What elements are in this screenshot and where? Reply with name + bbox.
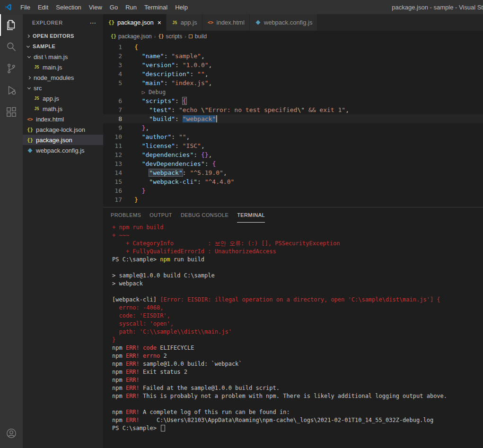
search-icon[interactable] — [0, 36, 23, 58]
activity-bar-bottom — [0, 422, 23, 444]
editor[interactable]: 1{2 "name": "sample",3 "version": "1.0.0… — [103, 42, 483, 207]
terminal-line: code: 'EISDIR', — [112, 312, 483, 320]
menu-help[interactable]: Help — [171, 4, 192, 11]
tree-item-label: math.js — [43, 105, 62, 112]
editor-line-12[interactable]: 12 "dependencies": {}, — [103, 150, 483, 159]
editor-line-13[interactable]: 13 "devDependencies": { — [103, 159, 483, 168]
menu-go[interactable]: Go — [106, 4, 122, 11]
breadcrumb-item-build[interactable]: build — [189, 33, 207, 40]
menu-terminal[interactable]: Terminal — [141, 4, 171, 11]
line-number: 14 — [103, 168, 122, 177]
vscode-logo-icon — [4, 3, 12, 11]
open-editors-section[interactable]: OPEN EDITORS — [23, 31, 103, 41]
editor-line-15[interactable]: 15 "webpack-cli": "^4.4.0" — [103, 177, 483, 186]
line-number: 15 — [103, 177, 122, 186]
breadcrumb: {}package.json›{}scripts›build — [103, 31, 483, 42]
html-file-icon: <> — [26, 115, 34, 123]
breadcrumb-separator-icon: › — [154, 34, 156, 39]
editor-line-14[interactable]: 14 "webpack": "^5.19.0", — [103, 168, 483, 177]
run-and-debug-icon[interactable] — [0, 79, 23, 101]
tree-item-label: package.json — [36, 137, 72, 144]
sidebar-explorer: EXPLORER ⋯ OPEN EDITORS SAMPLE dist \ ma… — [23, 14, 103, 448]
more-actions-icon[interactable]: ⋯ — [89, 19, 97, 26]
editor-line-2[interactable]: 2 "name": "sample", — [103, 52, 483, 60]
webpack-file-icon — [26, 146, 34, 154]
editor-lines: 1{2 "name": "sample",3 "version": "1.0.0… — [103, 43, 483, 204]
editor-line-4[interactable]: 4 "description": "", — [103, 69, 483, 78]
terminal-line: + CategoryInfo : 보안 오류: (:) [], PSSecuri… — [112, 240, 483, 248]
tree-item-node-modules[interactable]: node_modules — [23, 72, 103, 83]
tree-item-math.js[interactable]: JSmath.js — [23, 103, 103, 114]
tree-item-package-lock.json[interactable]: {}package-lock.json — [23, 124, 103, 135]
code-text: "dependencies": {}, — [122, 150, 212, 159]
html-file-icon: <> — [207, 19, 214, 26]
panel-tab-problems[interactable]: PROBLEMS — [111, 207, 141, 223]
editor-line-11[interactable]: 11 "license": "ISC", — [103, 141, 483, 150]
editor-line-10[interactable]: 10 "author": "", — [103, 132, 483, 141]
editor-line-5[interactable]: 5 "main": "index.js", — [103, 78, 483, 87]
code-text: "description": "", — [122, 69, 209, 78]
menu-run[interactable]: Run — [122, 4, 141, 11]
chevron-down-icon — [26, 44, 30, 47]
tree-item-index.html[interactable]: <>index.html — [23, 114, 103, 124]
menu-edit[interactable]: Edit — [34, 4, 52, 11]
tree-item-app.js[interactable]: JSapp.js — [23, 93, 103, 103]
tree-item-dist-main.js[interactable]: dist \ main.js — [23, 52, 103, 62]
panel-tab-output[interactable]: OUTPUT — [149, 207, 172, 223]
menu-selection[interactable]: Selection — [52, 4, 85, 11]
tab-webpack.config.js[interactable]: webpack.config.js — [250, 14, 318, 31]
editor-line-7[interactable]: 7 "test": "echo \"Error: no test specifi… — [103, 105, 483, 114]
menu-file[interactable]: File — [17, 4, 34, 11]
tree-item-webpack.config.js[interactable]: webpack.config.js — [23, 145, 103, 155]
panel-tab-debug-console[interactable]: DEBUG CONSOLE — [181, 207, 228, 223]
code-text: } — [122, 186, 145, 195]
menu-view[interactable]: View — [85, 4, 106, 11]
source-control-icon[interactable] — [0, 58, 23, 79]
tree-item-main.js[interactable]: JSmain.js — [23, 62, 103, 72]
code-text: { — [122, 43, 138, 52]
editor-group: {}package.json×JSapp.js<>index.htmlwebpa… — [103, 14, 483, 448]
editor-line-8[interactable]: 8 "build": "webpack" — [103, 114, 483, 123]
code-text: "name": "sample", — [122, 52, 205, 60]
line-number: 5 — [103, 78, 122, 87]
editor-line-6[interactable]: 6 "scripts": { — [103, 96, 483, 105]
code-text: "devDependencies": { — [122, 159, 216, 168]
main-area: EXPLORER ⋯ OPEN EDITORS SAMPLE dist \ ma… — [0, 14, 483, 448]
terminal-line — [112, 288, 483, 296]
tree-item-package.json[interactable]: {}package.json — [23, 135, 103, 145]
line-number: 11 — [103, 141, 122, 150]
breadcrumb-label: build — [195, 33, 207, 40]
tab-index.html[interactable]: <>index.html — [202, 14, 250, 31]
terminal-line: > sample@1.0.0 build C:\sample — [112, 272, 483, 280]
webpack-file-icon — [255, 19, 262, 26]
explorer-icon[interactable] — [0, 14, 23, 36]
editor-line-codelens[interactable]: ▷ Debug — [103, 87, 483, 96]
project-root-section[interactable]: SAMPLE — [23, 41, 103, 52]
breadcrumb-label: package.json — [118, 33, 152, 40]
close-icon[interactable]: × — [158, 19, 161, 26]
tree-item-label: webpack.config.js — [36, 147, 85, 154]
tab-package.json[interactable]: {}package.json× — [103, 14, 167, 31]
code-text: "license": "ISC", — [122, 141, 205, 150]
editor-line-1[interactable]: 1{ — [103, 43, 483, 52]
editor-line-3[interactable]: 3 "version": "1.0.0", — [103, 60, 483, 69]
tree-item-src[interactable]: src — [23, 83, 103, 93]
code-text: } — [122, 195, 138, 204]
editor-line-9[interactable]: 9 }, — [103, 123, 483, 132]
tab-label: index.html — [217, 19, 245, 26]
line-number: 9 — [103, 123, 122, 132]
breadcrumb-item-scripts[interactable]: {}scripts — [158, 33, 182, 40]
tab-app.js[interactable]: JSapp.js — [167, 14, 202, 31]
panel-tab-terminal[interactable]: TERMINAL — [237, 207, 265, 223]
breadcrumb-item-package.json[interactable]: {}package.json — [111, 33, 152, 40]
terminal-line: } — [112, 336, 483, 344]
code-text: "webpack": "^5.19.0", — [122, 168, 227, 177]
chevron-down-icon — [27, 54, 31, 58]
extensions-icon[interactable] — [0, 101, 23, 123]
account-icon[interactable] — [0, 422, 23, 444]
editor-line-17[interactable]: 17} — [103, 195, 483, 204]
terminal-output[interactable]: + npm run build+ ~~~ + CategoryInfo : 보안… — [103, 223, 483, 448]
tree-item-label: app.js — [43, 95, 59, 102]
json-file-icon: {} — [26, 126, 34, 133]
editor-line-16[interactable]: 16 } — [103, 186, 483, 195]
